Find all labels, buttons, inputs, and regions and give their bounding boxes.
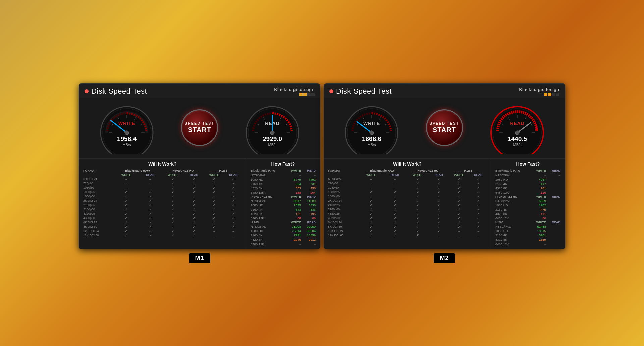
panel-title-m2: Disk Speed Test: [336, 87, 392, 96]
write-gauge-svg-m1: WRITE 1958.4 MB/s: [97, 101, 157, 154]
table-row: 1080 HD1902: [494, 203, 561, 207]
table-row: 8K DCI 24✓✓✓✓✓✓: [83, 220, 243, 225]
start-button-m2[interactable]: SPEED TEST START: [426, 109, 463, 146]
svg-text:WRITE: WRITE: [363, 121, 380, 126]
bmd-logo-m1: Blackmagicdesign: [274, 87, 315, 96]
will-it-work-title-m2: Will It Work?: [327, 161, 487, 167]
table-row: NTSC/PAL––✓✓✓✓: [83, 177, 243, 181]
table-row: 4320p60✓✓✓✓✓✓: [83, 216, 243, 220]
bmd-square-4: [311, 93, 315, 96]
bmd-icon-m1: [299, 93, 315, 96]
table-row: 1080i60––✓✓✓✓: [327, 186, 487, 190]
start-button-m1[interactable]: SPEED TEST START: [181, 109, 218, 146]
svg-text:MB/s: MB/s: [122, 143, 131, 147]
bmd-square-3: [307, 93, 311, 96]
table-row: 6480 12K6888: [250, 216, 317, 220]
will-it-work-table-m1: FORMAT Blackmagic RAW ProRes 422 HQ H.26…: [83, 169, 243, 238]
bmd-square-8: [556, 93, 559, 96]
panel-header-m1: Disk Speed Test Blackmagicdesign: [79, 84, 320, 98]
close-button-m2[interactable]: [329, 89, 333, 93]
table-row: 6480 12K––: [250, 242, 317, 246]
will-it-work-m1: Will It Work? FORMAT Blackmagic RAW ProR…: [79, 159, 246, 249]
table-row: 1080i60––✓✓✓✓: [83, 186, 243, 190]
h265-header: H.265: [204, 169, 243, 173]
svg-text:2929.0: 2929.0: [263, 135, 282, 142]
panel-m1-wrapper: Disk Speed Test Blackmagicdesign: [79, 83, 320, 263]
start-btn-bottom-m2: START: [433, 126, 456, 134]
panel-header-m2: Disk Speed Test Blackmagicdesign: [324, 84, 565, 98]
table-row: 8K DCI 60✓✓✓✓✓✓: [327, 225, 487, 229]
start-btn-bottom-m1: START: [188, 126, 211, 134]
close-button-m1[interactable]: [85, 89, 89, 93]
table-row: 12K DCI 24✓✓✓✓––: [327, 229, 487, 233]
read-gauge-m2: READ 1440.5 MB/s: [487, 101, 547, 154]
table-row: 1080 HD57797491: [250, 177, 317, 182]
table-row: 12K DCI 60✓✓✓✓––: [83, 233, 243, 238]
table-row: 1080p60✓✓✓✓✓✓: [327, 194, 487, 199]
table-row: 2160 4K643833: [250, 207, 317, 212]
how-fast-table-m2: Blackmagic RAW WRITE READ NTSC/PAL–– 108…: [494, 169, 561, 246]
table-row: 1080p25✓✓✓✓✓✓: [83, 190, 243, 194]
table-row: 2160 4K475: [494, 207, 561, 212]
table-row: NTSC/PAL901711689: [250, 199, 317, 203]
table-row: 4320 8K261: [494, 186, 561, 190]
table-row: 2K DCI 24✓✓✓✓✓✓: [327, 199, 487, 203]
table-row: 720p60––✓✓✓✓: [83, 181, 243, 186]
table-row: 4320 8K353458: [250, 186, 317, 190]
will-it-work-title-m1: Will It Work?: [83, 161, 243, 167]
how-fast-title-m2: How Fast?: [494, 161, 561, 167]
m2-label: M2: [434, 253, 455, 263]
bmd-icon-m2: [544, 93, 559, 96]
table-row: NTSC/PAL––✓✓✓✓: [327, 177, 487, 181]
table-row: 6480 12K50: [494, 216, 561, 220]
table-row: 1080p60✓✓✓✓✓✓: [83, 194, 243, 199]
bmd-brand-m1: Blackmagicdesign: [274, 87, 315, 92]
svg-text:MB/s: MB/s: [268, 143, 277, 147]
data-section-m2: Will It Work? FORMAT Blackmagic RAW ProR…: [324, 158, 565, 249]
svg-text:1958.4: 1958.4: [117, 135, 137, 142]
write-gauge-m1: WRITE 1958.4 MB/s: [97, 101, 157, 154]
how-fast-title-m1: How Fast?: [250, 161, 317, 167]
table-row: 4320p25✓✓✓✓✓✓: [83, 212, 243, 216]
table-row: 12K DCI 24✓✓✓✓––: [83, 229, 243, 233]
disk-speed-panel-m2: Disk Speed Test Blackmagicdesign: [324, 83, 565, 249]
table-row: 1080 HD25753338: [250, 203, 317, 207]
bmd-square-6: [548, 93, 551, 96]
main-container: Disk Speed Test Blackmagicdesign: [0, 0, 644, 346]
how-fast-m2: How Fast? Blackmagic RAW WRITE READ NTSC…: [491, 159, 565, 249]
prores-header: ProRes 422 HQ: [161, 169, 204, 173]
table-row: 2160p60✓✓✓✓✓✓: [83, 207, 243, 212]
svg-text:1440.5: 1440.5: [507, 135, 527, 142]
gauges-section-m1: WRITE 1958.4 MB/s SPEED TEST START: [79, 98, 320, 158]
table-row: 2160 4K5901: [494, 233, 561, 237]
table-row: 2160p60✓✓✓✓✓✓: [327, 207, 487, 212]
table-row: 6480 12K–: [494, 242, 561, 246]
format-header: FORMAT: [83, 169, 114, 173]
read-gauge-svg-m2: READ 1440.5 MB/s: [487, 101, 547, 154]
svg-point-11: [125, 131, 129, 135]
table-row: 6480 12K158204: [250, 190, 317, 195]
svg-text:MB/s: MB/s: [513, 143, 522, 147]
table-row: 1080 HD2561433204: [250, 229, 317, 233]
table-row: 4320 8K151195: [250, 212, 317, 216]
header-left-m2: Disk Speed Test: [329, 87, 392, 96]
panel-m2-wrapper: Disk Speed Test Blackmagicdesign: [324, 83, 565, 263]
m1-label: M1: [189, 253, 210, 263]
svg-point-53: [515, 131, 519, 135]
table-row: 4320p60✓✓✓✓✓✓: [327, 216, 487, 220]
write-gauge-m2: WRITE 1668.6 MB/s: [341, 101, 402, 154]
table-row: 1080p25✓✓✓✓✓✓: [327, 190, 487, 194]
bmd-brand-m2: Blackmagicdesign: [519, 87, 559, 92]
svg-text:1668.6: 1668.6: [362, 135, 381, 142]
table-row: 6480 12K116: [494, 190, 561, 195]
svg-text:READ: READ: [510, 121, 525, 126]
table-row: 2160 4K564731: [250, 182, 317, 186]
table-row: 4320 8K22462912: [250, 237, 317, 242]
table-row: 2160 4K799110359: [250, 233, 317, 237]
how-fast-table-m1: Blackmagic RAW WRITE READ NTSC/PAL–– 108…: [250, 169, 317, 246]
svg-text:MB/s: MB/s: [367, 143, 376, 147]
data-section-m1: Will It Work? FORMAT Blackmagic RAW ProR…: [79, 158, 320, 249]
read-gauge-m1: READ 2929.0 MB/s: [242, 101, 303, 154]
table-row: NTSC/PAL6659: [494, 199, 561, 203]
bmd-square-5: [544, 93, 547, 96]
